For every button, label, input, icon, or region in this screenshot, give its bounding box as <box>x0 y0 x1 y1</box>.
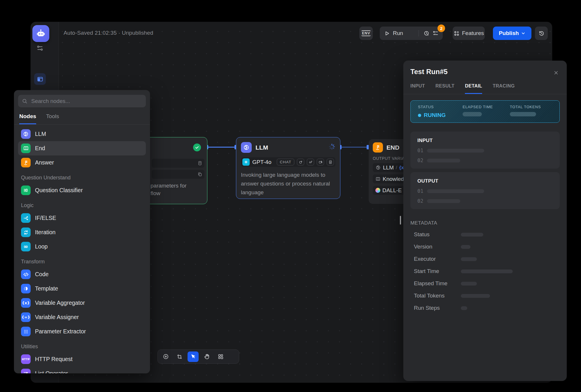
meta-row-elapsed-time: Elapsed Time <box>410 277 560 290</box>
tab-detail[interactable]: DETAIL <box>465 83 482 94</box>
workflow-steps-icon[interactable] <box>36 44 44 52</box>
meta-skeleton <box>461 257 477 261</box>
edge-start-llm <box>207 147 236 148</box>
braces-x-icon: {x} <box>21 298 31 308</box>
features-button[interactable]: Features <box>453 27 485 40</box>
http-icon: HTTP <box>21 354 31 364</box>
tab-input[interactable]: INPUT <box>410 83 425 94</box>
llm-node[interactable]: LLM GPT-4o CHAT <box>236 137 340 199</box>
start-node-field[interactable] <box>152 170 204 179</box>
section-header: Transform <box>18 254 146 267</box>
node-item-variable-aggregator[interactable]: {x} Variable Aggregator <box>18 296 146 310</box>
start-node-field[interactable] <box>152 159 204 168</box>
dalle-logo-icon <box>375 188 380 193</box>
meta-skeleton <box>461 233 483 237</box>
tab-nodes[interactable]: Nodes <box>19 113 36 124</box>
node-item-question-classifier[interactable]: Question Classifier <box>18 183 146 197</box>
node-item-template[interactable]: Template <box>18 281 146 296</box>
checklist-icon[interactable] <box>433 30 439 36</box>
node-search[interactable] <box>18 95 146 107</box>
node-item-variable-assigner[interactable]: {=} Variable Assigner <box>18 310 146 324</box>
app-robot-icon[interactable] <box>32 25 49 42</box>
vision-capability-icon <box>297 159 304 165</box>
infinity-icon: ∞ <box>21 242 31 251</box>
tab-tracing[interactable]: TRACING <box>493 83 515 94</box>
meta-row-total-tokens: Total Tokens <box>410 290 560 302</box>
publish-button[interactable]: Publish <box>493 27 531 40</box>
chevron-down-icon <box>521 31 526 36</box>
filter-list-icon <box>21 369 31 373</box>
node-item-llm[interactable]: LLM <box>18 127 146 141</box>
run-button[interactable]: Run <box>393 30 403 36</box>
add-note-button[interactable] <box>174 351 185 362</box>
flag-icon <box>373 142 383 153</box>
canvas-toolbar <box>158 349 239 364</box>
brain-icon <box>21 129 31 139</box>
status-dot <box>418 114 421 117</box>
output-skeleton <box>427 199 460 203</box>
organize-layout-button[interactable] <box>215 351 226 362</box>
status-label: STATUS <box>418 105 463 109</box>
section-header: Logic <box>18 197 146 211</box>
node-item-iteration[interactable]: Iteration <box>18 225 146 239</box>
run-status-card: STATUS RUNING ELAPSED TIME TOTAL TOKENS <box>410 100 560 123</box>
book-icon <box>21 144 31 153</box>
divider <box>419 30 419 36</box>
node-item-if-else[interactable]: IF/ELSE <box>18 211 146 225</box>
pointer-mode-button[interactable] <box>188 351 199 362</box>
input-skeleton <box>427 159 460 162</box>
tab-tools[interactable]: Tools <box>46 113 59 124</box>
hand-mode-button[interactable] <box>201 351 212 362</box>
input-title: INPUT <box>417 138 553 144</box>
cycle-icon <box>21 228 31 237</box>
meta-skeleton <box>461 270 513 273</box>
meta-skeleton <box>461 306 467 310</box>
node-item-code[interactable]: Code <box>18 267 146 281</box>
node-search-input[interactable] <box>31 98 142 105</box>
test-run-panel: Test Run#5 INPUT RESULT DETAIL TRACING S… <box>403 61 567 381</box>
node-item-end[interactable]: End <box>18 141 146 155</box>
close-button[interactable] <box>552 68 560 77</box>
output-skeleton <box>427 189 484 193</box>
node-item-answer[interactable]: Answer <box>18 155 146 170</box>
node-item-http-request[interactable]: HTTP HTTP Request <box>18 352 146 366</box>
env-button[interactable]: ENV <box>359 27 373 40</box>
code-icon <box>21 270 31 279</box>
model-name: GPT-4o <box>252 159 271 165</box>
input-card: INPUT 01 02 <box>410 132 560 169</box>
template-icon <box>21 284 31 293</box>
divider <box>403 94 567 94</box>
total-tokens-label: TOTAL TOKENS <box>510 105 541 109</box>
video-capability-icon <box>317 159 324 165</box>
brain-icon <box>241 142 252 153</box>
history-icon <box>538 30 545 36</box>
meta-row-start-time: Start Time <box>410 265 560 277</box>
run-history-icon[interactable] <box>424 30 430 36</box>
meta-skeleton <box>461 294 490 298</box>
checklist-count-badge: 2 <box>438 24 445 32</box>
add-node-button[interactable] <box>160 351 171 362</box>
tokens-skeleton <box>510 112 536 116</box>
section-header: Utilities <box>18 339 146 352</box>
start-node-description-line2: flow <box>150 190 160 197</box>
classifier-icon <box>21 186 31 195</box>
canvas-indicator <box>400 216 401 225</box>
braces-equals-icon: {=} <box>21 312 31 322</box>
divider <box>14 124 150 125</box>
end-node-title: END <box>386 144 399 151</box>
node-item-list-operator[interactable]: List Operator <box>18 366 146 373</box>
search-icon <box>22 98 28 104</box>
node-item-parameter-extractor[interactable]: Parameter Extractor <box>18 324 146 339</box>
audio-capability-icon <box>307 159 314 165</box>
close-icon <box>553 70 559 76</box>
node-palette-panel: Nodes Tools LLM End Answer Question Unde… <box>14 90 150 373</box>
version-history-button[interactable] <box>535 27 548 40</box>
node-item-loop[interactable]: ∞ Loop <box>18 239 146 254</box>
loading-spinner-icon <box>328 143 335 150</box>
model-selector[interactable]: GPT-4o CHAT <box>241 157 335 167</box>
tab-result[interactable]: RESULT <box>435 83 454 94</box>
elapsed-skeleton <box>463 112 482 116</box>
panel-view-icon[interactable] <box>34 73 46 85</box>
meta-row-status: Status <box>410 228 560 241</box>
output-title: OUTPUT <box>417 178 553 184</box>
